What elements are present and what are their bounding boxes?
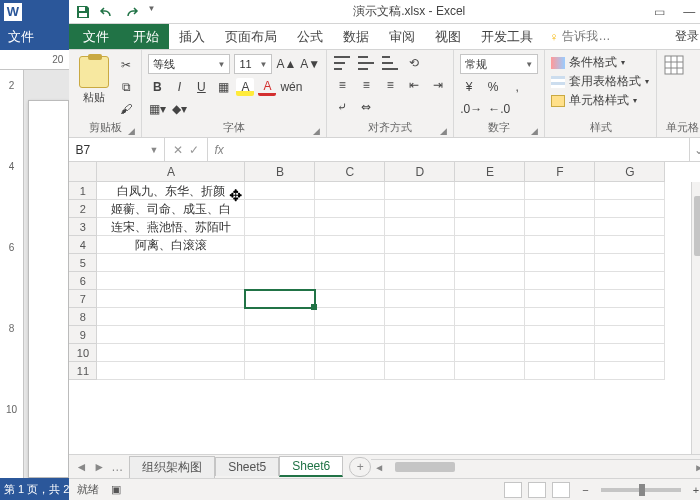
cell[interactable] — [595, 326, 665, 344]
merge-center-button[interactable]: ⇔ — [357, 98, 375, 116]
cell[interactable] — [97, 290, 245, 308]
font-color-icon[interactable]: A — [258, 78, 276, 96]
sheet-nav-more-icon[interactable]: … — [111, 460, 123, 474]
cell[interactable] — [385, 200, 455, 218]
number-format-combo[interactable]: 常规▼ — [460, 54, 538, 74]
cell[interactable] — [525, 236, 595, 254]
select-all-corner[interactable] — [69, 162, 97, 182]
cell[interactable] — [385, 236, 455, 254]
cell[interactable] — [385, 308, 455, 326]
cell[interactable] — [385, 344, 455, 362]
cell[interactable] — [595, 236, 665, 254]
increase-indent-icon[interactable]: ⇥ — [429, 76, 447, 94]
increase-font-icon[interactable]: A▲ — [276, 55, 296, 73]
align-top-icon[interactable] — [333, 54, 351, 72]
cell[interactable] — [245, 218, 315, 236]
row-header[interactable]: 6 — [69, 272, 97, 290]
cell[interactable] — [385, 254, 455, 272]
cell[interactable] — [97, 272, 245, 290]
copy-icon[interactable]: ⧉ — [117, 78, 135, 96]
fill-color-icon[interactable]: A — [236, 78, 254, 96]
comma-icon[interactable]: , — [508, 78, 526, 96]
row-header[interactable]: 5 — [69, 254, 97, 272]
cell[interactable] — [385, 182, 455, 200]
formula-bar[interactable] — [230, 138, 689, 161]
percent-icon[interactable]: % — [484, 78, 502, 96]
align-center-icon[interactable]: ≡ — [357, 76, 375, 94]
cell[interactable] — [315, 200, 385, 218]
row-header[interactable]: 4 — [69, 236, 97, 254]
save-icon[interactable] — [75, 4, 91, 20]
tab-page-layout[interactable]: 页面布局 — [215, 24, 287, 49]
increase-decimal-icon[interactable]: .0→ — [460, 100, 482, 118]
cell[interactable] — [595, 290, 665, 308]
fill-more-icon[interactable]: ◆▾ — [170, 100, 188, 118]
decrease-font-icon[interactable]: A▼ — [300, 55, 320, 73]
cut-icon[interactable]: ✂ — [117, 56, 135, 74]
scroll-thumb[interactable] — [395, 462, 455, 472]
scroll-left-icon[interactable]: ◄ — [371, 462, 387, 473]
tab-file[interactable]: 文件 — [69, 24, 123, 49]
scroll-thumb[interactable] — [694, 196, 700, 256]
redo-icon[interactable] — [123, 4, 139, 20]
cell[interactable] — [315, 362, 385, 380]
word-file-tab[interactable]: 文件 — [0, 24, 69, 50]
zoom-out-icon[interactable]: − — [582, 484, 588, 496]
cell[interactable] — [245, 200, 315, 218]
ribbon-options-icon[interactable]: ▭ — [649, 5, 669, 19]
row-headers[interactable]: 1 2 3 4 5 6 7 8 9 10 11 — [69, 182, 97, 454]
cell[interactable] — [245, 308, 315, 326]
conditional-formatting-button[interactable]: 条件格式▾ — [551, 54, 649, 71]
cell[interactable] — [245, 344, 315, 362]
cell[interactable] — [525, 344, 595, 362]
cell-A4[interactable]: 阿离、白滚滚 — [97, 236, 245, 254]
login-link[interactable]: 登录 — [667, 24, 700, 49]
col-header[interactable]: A — [97, 162, 245, 182]
column-headers[interactable]: A B C D E F G — [97, 162, 700, 182]
font-size-combo[interactable]: 11▼ — [234, 54, 272, 74]
orientation-icon[interactable]: ⟲ — [405, 54, 423, 72]
page-break-view-icon[interactable] — [552, 482, 570, 498]
cell[interactable] — [385, 362, 455, 380]
cell[interactable] — [315, 254, 385, 272]
cell[interactable] — [315, 326, 385, 344]
cell-styles-button[interactable]: 单元格样式▾ — [551, 92, 649, 109]
tab-formulas[interactable]: 公式 — [287, 24, 333, 49]
qat-customize-icon[interactable]: ▼ — [147, 4, 163, 20]
insert-cells-button[interactable] — [663, 54, 685, 120]
cell[interactable] — [455, 236, 525, 254]
name-box[interactable]: B7▼ — [69, 138, 165, 161]
col-header[interactable]: D — [385, 162, 455, 182]
tab-home[interactable]: 开始 — [123, 24, 169, 49]
cell[interactable] — [385, 218, 455, 236]
cell[interactable] — [455, 272, 525, 290]
enter-formula-icon[interactable]: ✓ — [189, 143, 199, 157]
cell[interactable] — [385, 326, 455, 344]
sheet-nav-prev-icon[interactable]: ◄ — [75, 460, 87, 474]
scroll-right-icon[interactable]: ► — [691, 462, 700, 473]
tab-review[interactable]: 审阅 — [379, 24, 425, 49]
cell[interactable] — [525, 362, 595, 380]
cell[interactable] — [595, 344, 665, 362]
cell[interactable] — [595, 308, 665, 326]
page-layout-view-icon[interactable] — [528, 482, 546, 498]
cell[interactable] — [525, 254, 595, 272]
macro-record-icon[interactable]: ▣ — [111, 483, 121, 496]
tab-data[interactable]: 数据 — [333, 24, 379, 49]
border-more-icon[interactable]: ▦▾ — [148, 100, 166, 118]
alignment-launcher-icon[interactable]: ◢ — [440, 126, 447, 136]
add-sheet-button[interactable]: + — [349, 457, 371, 477]
cell[interactable] — [97, 326, 245, 344]
cell[interactable] — [315, 308, 385, 326]
cell[interactable] — [97, 362, 245, 380]
cell[interactable] — [315, 290, 385, 308]
cell[interactable] — [245, 326, 315, 344]
cell[interactable] — [245, 236, 315, 254]
cell[interactable] — [97, 254, 245, 272]
col-header[interactable]: G — [595, 162, 665, 182]
sheet-tab[interactable]: 组织架构图 — [129, 456, 215, 478]
format-as-table-button[interactable]: 套用表格格式▾ — [551, 73, 649, 90]
tab-developer[interactable]: 开发工具 — [471, 24, 543, 49]
cell[interactable] — [525, 200, 595, 218]
zoom-slider[interactable] — [601, 488, 681, 492]
